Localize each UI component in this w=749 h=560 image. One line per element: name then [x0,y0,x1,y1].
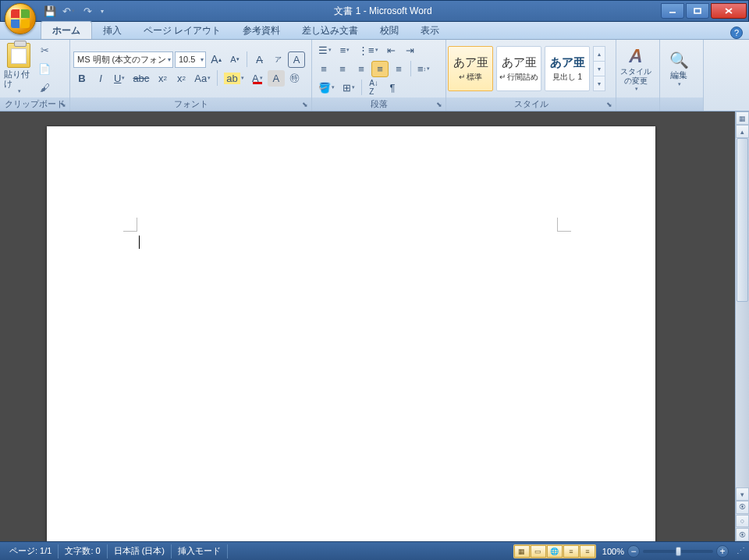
group-label-styles: スタイル⬊ [446,97,616,111]
style-no-spacing[interactable]: あア亜 ↵ 行間詰め [496,46,541,91]
font-dialog-launcher[interactable]: ⬊ [299,98,311,110]
zoom-level[interactable]: 100% [602,547,624,556]
superscript-button[interactable]: x2 [172,70,190,87]
select-browse-object[interactable]: ○ [736,515,749,528]
character-border-button[interactable]: A [288,51,305,68]
office-logo-icon [11,9,30,28]
next-page-button[interactable]: ⦿ [736,528,749,541]
change-styles-icon: A [629,45,642,67]
bullets-button[interactable]: ☰ [315,42,335,58]
previous-page-button[interactable]: ⦿ [736,501,749,514]
help-icon[interactable]: ? [730,27,743,39]
editing-button[interactable]: 🔍 編集 ▾ [660,42,698,95]
page[interactable] [47,126,655,541]
numbering-button[interactable]: ≡ [336,42,353,58]
scroll-down-button[interactable]: ▾ [736,487,749,501]
underline-button[interactable]: U [111,70,128,87]
full-screen-view[interactable]: ▭ [531,545,546,558]
tab-view[interactable]: 表示 [410,22,450,39]
ribbon-tabs: ホーム 挿入 ページ レイアウト 参考資料 差し込み文書 校閲 表示 ? [0,22,749,40]
zoom-slider-thumb[interactable] [676,547,681,556]
ruler-toggle[interactable]: ▦ [736,112,749,125]
redo-button[interactable]: ↷ [79,3,96,19]
zoom-in-button[interactable]: + [716,545,729,558]
office-button[interactable] [5,3,36,34]
clear-formatting-button[interactable]: A̶ [250,51,268,68]
copy-button[interactable]: 📄 [36,60,53,77]
paragraph-dialog-launcher[interactable]: ⬊ [433,98,445,110]
status-word-count[interactable]: 文字数: 0 [59,544,107,558]
borders-button[interactable]: ⊞ [339,80,358,96]
group-label-paragraph: 段落⬊ [312,97,445,111]
undo-button[interactable]: ↶▾ [60,3,77,19]
zoom-slider[interactable] [643,550,713,553]
align-center-button[interactable]: ≡ [334,61,351,77]
style-normal[interactable]: あア亜 ↵ 標準 [448,46,493,91]
margin-mark-top-left [123,218,137,232]
format-painter-button[interactable]: 🖌 [36,79,53,96]
draft-view[interactable]: ≡ [580,545,595,558]
maximize-button[interactable] [686,3,709,19]
shading-button[interactable]: 🪣 [315,80,338,96]
increase-indent-button[interactable]: ⇥ [402,42,419,58]
tab-insert[interactable]: 挿入 [92,22,133,39]
outline-view[interactable]: ≡ [563,545,579,558]
justify-button[interactable]: ≡ [371,61,389,77]
status-language[interactable]: 日本語 (日本) [108,544,172,558]
strikethrough-button[interactable]: abc [130,70,152,87]
show-marks-button[interactable]: ¶ [384,80,401,96]
sort-button[interactable]: A↓Z [365,80,382,96]
styles-scroll-down[interactable]: ▾ [594,62,605,76]
save-button[interactable]: 💾 [41,3,59,19]
styles-expand[interactable]: ▾ [594,76,605,90]
styles-scroll-up[interactable]: ▴ [594,47,605,62]
document-viewport[interactable] [0,112,735,541]
change-case-button[interactable]: Aa [191,70,214,87]
status-insert-mode[interactable]: 挿入モード [172,544,228,558]
phonetic-guide-button[interactable]: ア [269,51,286,68]
close-button[interactable] [711,3,747,19]
align-right-button[interactable]: ≡ [353,61,370,77]
subscript-button[interactable]: x2 [154,70,171,87]
group-label-clipboard: クリップボード⬊ [0,97,69,111]
scroll-track[interactable] [736,138,749,487]
multilevel-list-button[interactable]: ⋮≡ [355,42,382,58]
enclose-characters-button[interactable]: ㊕ [286,70,304,87]
italic-button[interactable]: I [92,70,109,87]
distributed-button[interactable]: ≡ [390,61,407,77]
styles-dialog-launcher[interactable]: ⬊ [603,98,615,110]
shrink-font-button[interactable]: A▾ [226,51,243,68]
resize-grip[interactable]: ⋰ [735,546,746,557]
tab-mailings[interactable]: 差し込み文書 [291,22,369,39]
decrease-indent-button[interactable]: ⇤ [383,42,400,58]
clipboard-dialog-launcher[interactable]: ⬊ [57,98,69,110]
tab-review[interactable]: 校閲 [369,22,410,39]
group-editing: 🔍 編集 ▾ [660,40,704,111]
scroll-up-button[interactable]: ▴ [736,125,749,138]
minimize-button[interactable] [661,3,684,19]
highlight-button[interactable]: ab [221,70,247,87]
font-name-combo[interactable]: MS 明朝 (本文のフォン▾ [73,51,173,68]
line-spacing-button[interactable]: ≡↕ [414,61,433,77]
web-layout-view[interactable]: 🌐 [547,545,563,558]
font-color-button[interactable]: A [249,70,266,87]
print-layout-view[interactable]: ▦ [514,545,530,558]
scroll-thumb[interactable] [737,138,748,302]
change-styles-button[interactable]: A スタイルの変更 ▾ [616,42,655,95]
bold-button[interactable]: B [73,70,91,87]
style-heading-1[interactable]: あア亜 見出し 1 [545,46,590,91]
status-page[interactable]: ページ: 1/1 [3,544,59,558]
font-size-combo[interactable]: 10.5▾ [175,51,206,68]
grow-font-button[interactable]: A▴ [208,51,225,68]
cut-button[interactable]: ✂ [36,41,53,58]
qat-customize[interactable]: ▾ [98,3,107,19]
zoom-out-button[interactable]: − [627,545,640,558]
paste-button[interactable]: 貼り付け ▾ [3,42,34,95]
ribbon: 貼り付け ▾ ✂ 📄 🖌 クリップボード⬊ MS 明朝 (本文のフォン▾ 10.… [0,40,749,112]
character-shading-button[interactable]: A [268,70,285,87]
tab-page-layout[interactable]: ページ レイアウト [133,22,232,39]
tab-references[interactable]: 参考資料 [232,22,291,39]
align-left-button[interactable]: ≡ [315,61,332,77]
svg-rect-1 [694,9,701,13]
tab-home[interactable]: ホーム [41,21,92,39]
